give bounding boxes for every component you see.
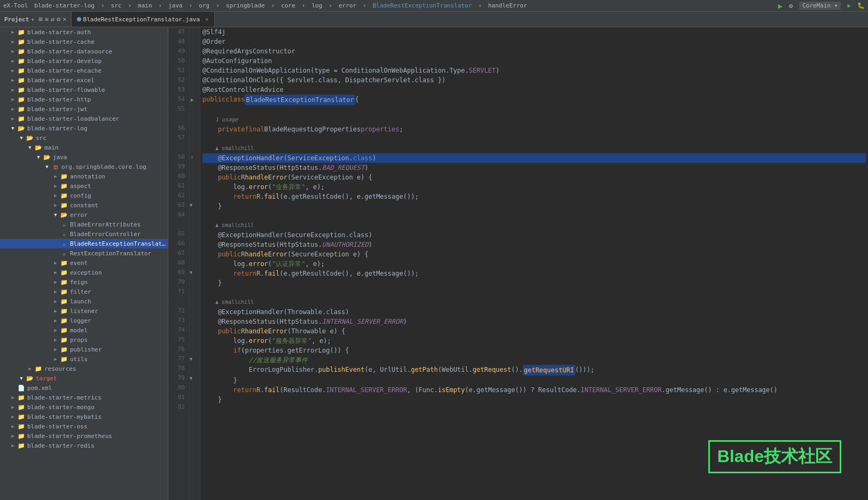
code-scroll-area[interactable]: 47 48 49 50 51 52 53 54 55 56 57 58 59 6… <box>168 27 868 500</box>
tree-arrow: ▼ <box>26 145 34 150</box>
run-icon2[interactable]: ▶ <box>847 2 851 9</box>
tree-item-filter[interactable]: ▶ 📁 filter <box>0 287 168 296</box>
debug-icon[interactable]: 🐛 <box>857 2 865 9</box>
menu-item-main[interactable]: main <box>138 2 152 9</box>
menu-item-method[interactable]: handleError <box>488 2 527 9</box>
tree-item-oss[interactable]: ▶ 📁 blade-starter-oss <box>0 421 168 431</box>
folder-icon: 📂 <box>17 124 26 132</box>
menu-item-core[interactable]: core <box>281 2 295 9</box>
tree-item-event[interactable]: ▶ 📁 event <box>0 258 168 268</box>
tree-item-annotation[interactable]: ▶ 📁 annotation <box>0 171 168 181</box>
tree-arrow: ▶ <box>51 193 60 198</box>
menu-item-log2[interactable]: log <box>311 2 322 9</box>
tree-item-auth[interactable]: ▶ 📁 blade-starter-auth <box>0 27 168 37</box>
code-editor: 47 48 49 50 51 52 53 54 55 56 57 58 59 6… <box>168 27 868 500</box>
code-line-57 <box>202 134 866 144</box>
fold-icon-63[interactable]: ▼ <box>190 202 192 208</box>
menu-item-springblade[interactable]: springblade <box>226 2 265 9</box>
code-line-usage: 1 usage <box>202 115 866 124</box>
folder-icon: 📁 <box>60 297 68 306</box>
tree-item-package[interactable]: ▼ ◫ org.springblade.core.log <box>0 162 168 171</box>
tree-item-ehcache[interactable]: ▶ 📁 blade-starter-ehcache <box>0 66 168 75</box>
line-gutter: ▶ ↕ ▼ <box>190 27 200 500</box>
menu-item-error[interactable]: error <box>339 2 356 9</box>
toolbar-btn1[interactable]: ⊞ <box>38 15 42 23</box>
tree-item-logger[interactable]: ▶ 📁 logger <box>0 316 168 325</box>
toolbar-btn4[interactable]: ⚙ <box>57 15 60 23</box>
tree-item-model[interactable]: ▶ 📁 model <box>0 325 168 335</box>
tree-item-flowable[interactable]: ▶ 📁 blade-starter-flowable <box>0 85 168 95</box>
tree-arrow: ▶ <box>51 279 60 285</box>
tree-item-exception[interactable]: ▶ 📁 exception <box>0 268 168 277</box>
tree-item-prometheus[interactable]: ▶ 📁 blade-starter-prometheus <box>0 431 168 441</box>
toolbar-btn2[interactable]: ≡ <box>45 15 49 23</box>
tree-item-blade-error-ctrl[interactable]: ☕ BladeErrorController <box>0 229 168 239</box>
menu-item-extool[interactable]: eX-Tool <box>3 2 28 9</box>
tree-item-cache[interactable]: ▶ 📁 blade-starter-cache <box>0 37 168 46</box>
tree-arrow: ▶ <box>51 299 60 304</box>
tree-item-blade-rest-exc[interactable]: ☕ BladeRestExceptionTranslator <box>0 239 168 248</box>
tree-item-excel[interactable]: ▶ 📁 blade-starter-excel <box>0 75 168 85</box>
breadcrumb-sep5: › <box>216 2 220 9</box>
run-gutter-icon[interactable]: ▶ <box>191 97 194 103</box>
tree-item-rest-exc-trans[interactable]: ☕ RestExceptionTranslator <box>0 248 168 258</box>
project-label[interactable]: Project <box>4 16 29 23</box>
tree-item-utils[interactable]: ▶ 📁 utils <box>0 354 168 364</box>
file-tab-blade-rest[interactable]: BladeRestExceptionTranslator.java × <box>72 12 215 27</box>
code-line-67: public R handleError(SecureException e) … <box>202 249 866 259</box>
toolbar-close[interactable]: × <box>62 15 66 23</box>
code-line-auth3: ♟ smallchill <box>202 298 866 307</box>
menu-item-src[interactable]: src <box>111 2 122 9</box>
tree-item-develop[interactable]: ▶ 📁 blade-starter-develop <box>0 56 168 66</box>
tree-arrow: ▶ <box>26 366 34 371</box>
tree-item-pom[interactable]: 📄 pom.xml <box>0 383 168 393</box>
menu-item-class[interactable]: BladeRestExceptionTranslator <box>373 2 472 9</box>
tree-item-config[interactable]: ▶ 📁 config <box>0 191 168 200</box>
tree-item-launch[interactable]: ▶ 📁 launch <box>0 296 168 306</box>
tree-item-datasource[interactable]: ▶ 📁 blade-starter-datasource <box>0 46 168 56</box>
tree-item-blade-error-attr[interactable]: ☕ BladeErrorAttributes <box>0 220 168 229</box>
tree-item-mongo[interactable]: ▶ 📁 blade-starter-mongo <box>0 402 168 412</box>
folder-icon: 📁 <box>17 403 26 411</box>
tab-close-icon[interactable]: × <box>205 16 209 23</box>
tree-item-resources[interactable]: ▶ 📁 resources <box>0 364 168 373</box>
tree-item-loadbalancer[interactable]: ▶ 📁 blade-starter-loadbalancer <box>0 114 168 123</box>
toolbar-btn3[interactable]: ⇄ <box>51 15 54 23</box>
settings-icon[interactable]: ⚙ <box>789 2 793 10</box>
tree-item-mybatis[interactable]: ▶ 📁 blade-starter-mybatis <box>0 412 168 421</box>
tree-item-main[interactable]: ▼ 📂 main <box>0 143 168 152</box>
tree-item-http[interactable]: ▶ 📁 blade-starter-http <box>0 95 168 104</box>
run-button[interactable]: ▶ <box>778 2 782 10</box>
code-line-55 <box>202 105 866 115</box>
tree-item-error[interactable]: ▼ 📂 error <box>0 210 168 220</box>
tree-item-redis[interactable]: ▶ 📁 blade-starter-redis <box>0 441 168 450</box>
tree-item-listener[interactable]: ▶ 📁 listener <box>0 306 168 316</box>
tree-item-src[interactable]: ▼ 📂 src <box>0 133 168 143</box>
tree-arrow: ▶ <box>9 404 17 410</box>
project-dropdown-icon[interactable]: ▾ <box>31 17 34 22</box>
code-line-48: @Order <box>202 37 866 46</box>
core-main-selector[interactable]: CoreMain ▾ <box>799 2 841 10</box>
fold-icon-70[interactable]: ▼ <box>190 270 192 275</box>
tree-item-log[interactable]: ▼ 📂 blade-starter-log <box>0 123 168 133</box>
menu-item-log[interactable]: blade-starter-log <box>34 2 95 9</box>
tree-arrow: ▶ <box>9 424 17 429</box>
tree-item-aspect[interactable]: ▶ 📁 aspect <box>0 181 168 191</box>
tree-arrow: ▶ <box>9 29 17 35</box>
tree-arrow: ▶ <box>9 116 17 121</box>
tree-item-metrics[interactable]: ▶ 📁 blade-starter-metrics <box>0 393 168 402</box>
fold-icon-80[interactable]: ▼ <box>190 376 192 381</box>
code-line-63: } <box>202 201 866 211</box>
menu-item-java[interactable]: java <box>168 2 183 9</box>
tree-item-feign[interactable]: ▶ 📁 feign <box>0 277 168 287</box>
tree-item-publisher[interactable]: ▶ 📁 publisher <box>0 345 168 354</box>
tree-item-constant[interactable]: ▶ 📁 constant <box>0 200 168 210</box>
menu-item-org[interactable]: org <box>199 2 209 9</box>
tree-item-props[interactable]: ▶ 📁 props <box>0 335 168 345</box>
fold-icon-79[interactable]: ▼ <box>190 356 192 362</box>
tree-item-jwt[interactable]: ▶ 📁 blade-starter-jwt <box>0 104 168 114</box>
tree-item-target[interactable]: ▼ 📂 target <box>0 373 168 383</box>
folder-icon: 📁 <box>17 57 26 65</box>
tree-item-java[interactable]: ▼ 📂 java <box>0 152 168 162</box>
code-line-65: @ExceptionHandler(SecureException.class) <box>202 230 866 240</box>
